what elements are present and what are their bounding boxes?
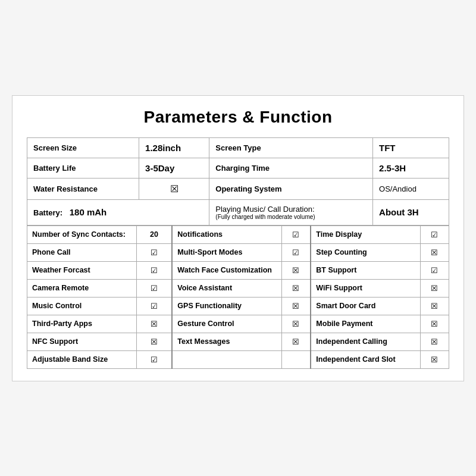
step-counting-check [420, 243, 449, 261]
phone-call-label: Phone Call [27, 243, 137, 261]
gps-check [281, 297, 311, 315]
battery-cell: Battery: 180 mAh [27, 199, 209, 225]
water-resistance-label: Water Resistance [27, 178, 139, 199]
notifications-check [281, 226, 311, 243]
operating-system-label: Operating System [209, 178, 373, 199]
screen-type-value: TFT [373, 137, 449, 158]
voice-assistant-check [281, 279, 311, 297]
screen-type-label: Screen Type [209, 137, 373, 158]
camera-remote-check [136, 279, 172, 297]
smart-door-check [420, 297, 449, 315]
independent-card-label: Independent Card Slot [311, 350, 420, 368]
features-table: Number of Sync Contacts: 20 Notification… [27, 226, 449, 369]
text-messages-check [281, 333, 311, 350]
sync-contacts-label: Number of Sync Contacts: [27, 226, 137, 243]
third-party-label: Third-Party Apps [27, 315, 137, 333]
adjustable-band-check [136, 350, 172, 368]
screen-size-label: Screen Size [27, 137, 139, 158]
independent-calling-label: Independent Calling [311, 333, 420, 350]
music-control-label: Music Control [27, 297, 137, 315]
step-counting-label: Step Counting [311, 243, 420, 261]
gps-label: GPS Functionality [172, 297, 281, 315]
wifi-support-check [420, 279, 449, 297]
charging-time-value: 2.5-3H [373, 158, 449, 178]
text-messages-label: Text Messages [172, 333, 281, 350]
specs-table: Screen Size 1.28inch Screen Type TFT Bat… [27, 137, 449, 226]
empty-cell-2 [281, 350, 311, 368]
multi-sport-check [281, 243, 311, 261]
sync-contacts-value: 20 [136, 226, 172, 243]
mobile-payment-label: Mobile Payment [311, 315, 420, 333]
time-display-label: Time Display [311, 226, 420, 243]
battery-life-value: 3-5Day [139, 158, 209, 178]
independent-calling-check [420, 333, 449, 350]
gesture-check [281, 315, 311, 333]
page-title: Parameters & Function [27, 108, 449, 127]
playing-music-label: Playing Music/ Call Duration: (Fully cha… [209, 199, 373, 225]
phone-call-check [136, 243, 172, 261]
empty-cell-1 [172, 350, 281, 368]
bt-support-label: BT Support [311, 261, 420, 279]
battery-label: Battery: [33, 208, 62, 217]
voice-assistant-label: Voice Assistant [172, 279, 281, 297]
camera-remote-label: Camera Remote [27, 279, 137, 297]
music-control-check [136, 297, 172, 315]
bt-support-check [420, 261, 449, 279]
weather-check [136, 261, 172, 279]
nfc-label: NFC Support [27, 333, 137, 350]
multi-sport-label: Multi-Sport Modes [172, 243, 281, 261]
water-resistance-value: ☒ [139, 178, 209, 199]
gesture-label: Gesture Control [172, 315, 281, 333]
playing-music-value: About 3H [373, 199, 449, 225]
battery-value: 180 mAh [70, 207, 107, 217]
wifi-support-label: WiFi Support [311, 279, 420, 297]
independent-card-check [420, 350, 449, 368]
watch-face-check [281, 261, 311, 279]
smart-door-label: Smart Door Card [311, 297, 420, 315]
battery-life-label: Battery Life [27, 158, 139, 178]
third-party-check [136, 315, 172, 333]
watch-face-label: Watch Face Customization [172, 261, 281, 279]
mobile-payment-check [420, 315, 449, 333]
weather-label: Weather Forcast [27, 261, 137, 279]
operating-system-value: OS/Andiod [373, 178, 449, 199]
adjustable-band-label: Adjustable Band Size [27, 350, 137, 368]
page-container: Parameters & Function Screen Size 1.28in… [12, 95, 464, 381]
nfc-check [136, 333, 172, 350]
time-display-check [420, 226, 449, 243]
notifications-label: Notifications [172, 226, 281, 243]
screen-size-value: 1.28inch [139, 137, 209, 158]
charging-time-label: Charging Time [209, 158, 373, 178]
